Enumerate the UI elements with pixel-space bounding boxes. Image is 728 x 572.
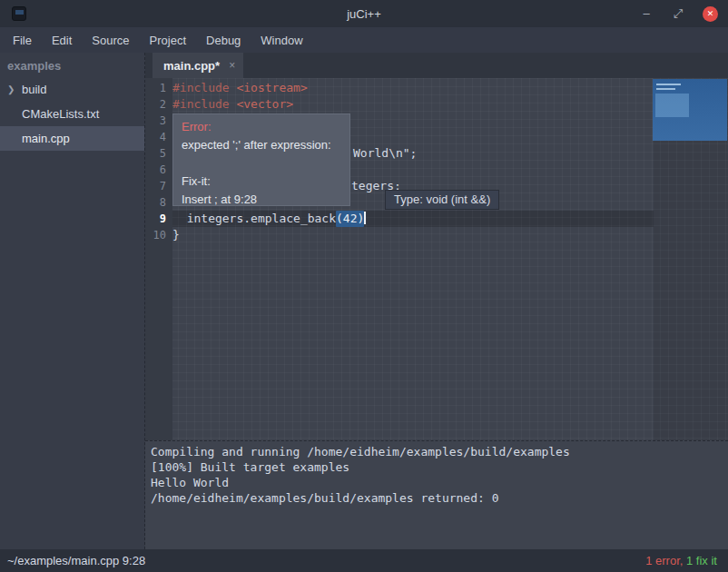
fixit-message: Insert ; at 9:28 xyxy=(182,191,341,209)
line-number: 1 xyxy=(145,80,172,96)
window-title: juCi++ xyxy=(0,7,728,21)
window-controls: – ⤢ ✕ xyxy=(639,6,728,22)
chevron-right-icon[interactable]: ❯ xyxy=(7,84,22,94)
menu-debug[interactable]: Debug xyxy=(196,29,251,52)
line-number-gutter: 1 2 3 4 5 6 7 8 9 10 xyxy=(145,78,172,440)
titlebar: juCi++ – ⤢ ✕ xyxy=(0,0,728,27)
menu-project[interactable]: Project xyxy=(140,29,196,52)
menu-edit[interactable]: Edit xyxy=(42,29,82,52)
menubar: File Edit Source Project Debug Window xyxy=(0,27,728,53)
header-token: <iostream> xyxy=(236,80,307,96)
menu-window[interactable]: Window xyxy=(251,29,312,52)
output-line: /home/eidheim/examples/build/examples re… xyxy=(151,490,728,506)
code-line-current[interactable]: integers.emplace_back(42) xyxy=(172,211,654,227)
line-number: 7 xyxy=(145,178,172,194)
minimap-highlight-block xyxy=(655,94,689,117)
menu-file[interactable]: File xyxy=(3,29,42,52)
line-number: 3 xyxy=(145,113,172,129)
file-tree-sidebar: examples ❯ build CMakeLists.txt main.cpp xyxy=(0,53,145,549)
app-icon xyxy=(12,6,26,21)
maximize-button[interactable]: ⤢ xyxy=(671,6,685,21)
menu-source[interactable]: Source xyxy=(82,29,139,52)
minimap-code-line xyxy=(656,84,681,85)
header-token: <vector> xyxy=(236,96,293,113)
statusbar: ~/examples/main.cpp 9:28 1 error, 1 fix … xyxy=(0,549,728,572)
error-tooltip-title: Error: xyxy=(182,118,341,136)
fixit-title: Fix-it: xyxy=(182,173,341,191)
line-number: 2 xyxy=(145,96,172,113)
close-button[interactable]: ✕ xyxy=(703,6,718,22)
line-number-current: 9 xyxy=(145,211,172,227)
preprocessor-token: #include xyxy=(172,96,236,113)
text-cursor xyxy=(364,212,366,224)
sidebar-item-maincpp[interactable]: main.cpp xyxy=(0,126,144,151)
error-tooltip: Error: expected ';' after expression: Fi… xyxy=(172,113,350,206)
argument-highlight-token: (42) xyxy=(336,211,364,227)
code-token: integers.emplace_back xyxy=(172,211,336,227)
line-number: 6 xyxy=(145,162,172,178)
status-diagnostics: 1 error, 1 fix it xyxy=(645,554,717,567)
output-line: Hello World xyxy=(151,475,728,490)
tab-maincpp[interactable]: main.cpp* × xyxy=(152,53,243,78)
error-tooltip-spacer xyxy=(182,154,341,173)
main-column: main.cpp* × 1 2 3 4 5 6 7 8 9 10 xyxy=(145,53,728,549)
code-token: World\n"; xyxy=(353,145,417,162)
output-pane[interactable]: Compiling and running /home/eidheim/exam… xyxy=(145,440,728,549)
app-window: juCi++ – ⤢ ✕ File Edit Source Project De… xyxy=(0,0,728,572)
line-number: 10 xyxy=(145,227,172,243)
code-token: } xyxy=(172,227,180,243)
output-line: [100%] Built target examples xyxy=(151,459,728,475)
status-error-count: 1 error xyxy=(645,554,680,567)
minimize-button[interactable]: – xyxy=(639,6,654,21)
tab-label: main.cpp* xyxy=(163,59,220,73)
project-name-header: examples xyxy=(0,53,144,77)
status-file-path: ~/examples/main.cpp 9:28 xyxy=(7,554,145,567)
code-line[interactable]: #include <vector> xyxy=(172,96,728,113)
output-line: Compiling and running /home/eidheim/exam… xyxy=(151,444,728,459)
line-number: 5 xyxy=(145,145,172,162)
tree-item-label: build xyxy=(22,83,46,96)
line-number: 4 xyxy=(145,129,172,145)
status-separator: , xyxy=(680,554,686,567)
minimap-overview[interactable] xyxy=(653,79,727,141)
sidebar-item-cmakelists[interactable]: CMakeLists.txt xyxy=(0,102,144,126)
tabbar: main.cpp* × xyxy=(145,53,728,78)
code-editor[interactable]: 1 2 3 4 5 6 7 8 9 10 #include <iostream>… xyxy=(145,78,728,440)
tree-item-label: CMakeLists.txt xyxy=(22,107,99,121)
status-fixit-count: 1 fix it xyxy=(686,554,717,567)
tree-item-label: main.cpp xyxy=(22,132,70,145)
preprocessor-token: #include xyxy=(172,80,236,96)
content-area: examples ❯ build CMakeLists.txt main.cpp… xyxy=(0,53,728,549)
code-line[interactable]: } xyxy=(172,227,728,243)
tab-close-icon[interactable]: × xyxy=(229,60,235,71)
code-line[interactable]: #include <iostream> xyxy=(172,80,728,96)
sidebar-item-build[interactable]: ❯ build xyxy=(0,77,144,102)
minimap-code-line xyxy=(656,88,675,90)
type-tooltip: Type: void (int &&) xyxy=(385,190,499,210)
error-tooltip-message: expected ';' after expression: xyxy=(182,136,341,154)
line-number: 8 xyxy=(145,194,172,211)
